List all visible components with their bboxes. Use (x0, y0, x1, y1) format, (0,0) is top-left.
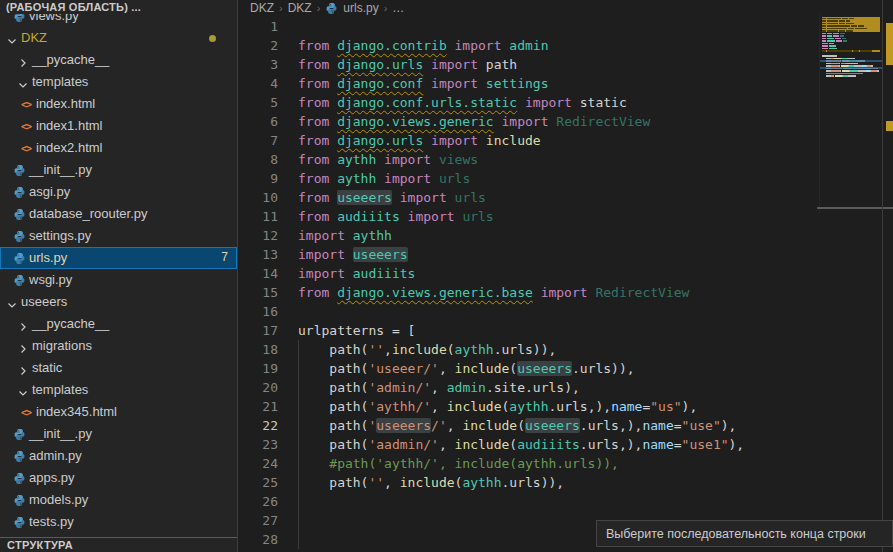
code-text: from django.conf import settings (298, 74, 548, 93)
minimap-mark (822, 40, 826, 42)
code-token: include (392, 342, 447, 357)
chevron-right-icon (18, 340, 30, 352)
code-token: import (408, 209, 455, 224)
tree-item-templates[interactable]: templates (0, 71, 237, 93)
code-text: from aythh import urls (298, 169, 470, 188)
tree-item-asgi.py[interactable]: asgi.py (0, 181, 237, 203)
code-line[interactable]: 17urlpatterns = [ (238, 321, 893, 340)
code-line[interactable]: 14import audiiits (238, 264, 893, 283)
explorer-section-header[interactable]: (РАБОЧАЯ ОБЛАСТЬ) ... (0, 0, 237, 14)
vscode-window: views.pyDKZ__pycache__templates<>index.h… (0, 0, 893, 552)
tree-item-tests.py[interactable]: tests.py (0, 511, 237, 533)
tree-item-index345.html[interactable]: <>index345.html (0, 401, 237, 423)
tree-item-database_roouter.py[interactable]: database_roouter.py (0, 203, 237, 225)
code-token: import (431, 57, 478, 72)
tree-item-__init__.py[interactable]: __init__.py (0, 423, 237, 445)
code-token: , (431, 380, 447, 395)
code-token (329, 152, 337, 167)
code-text: path('useeer/', include(useeers.urls)), (298, 359, 635, 378)
tree-item-index1.html[interactable]: <>index1.html (0, 115, 237, 137)
code-line[interactable]: 9from aythh import urls (238, 169, 893, 188)
code-line[interactable]: 2from django.contrib import admin (238, 36, 893, 55)
code-line[interactable]: 24 #path('aythh/', include(aythh.urls)), (238, 454, 893, 473)
minimap[interactable] (819, 14, 883, 214)
code-line[interactable]: 22 path('useeers/', include(useeers.urls… (238, 416, 893, 435)
tree-item-__pycache__[interactable]: __pycache__ (0, 313, 237, 335)
code-token (478, 133, 486, 148)
line-number: 1 (238, 17, 278, 36)
code-line[interactable]: 4from django.conf import settings (238, 74, 893, 93)
tree-item-migrations[interactable]: migrations (0, 335, 237, 357)
tree-item-templates[interactable]: templates (0, 379, 237, 401)
code-line[interactable]: 23 path('aadmin/', include(audiiits.urls… (238, 435, 893, 454)
python-file-icon (12, 449, 26, 463)
minimap-mark (829, 43, 834, 45)
minimap-mark (836, 40, 842, 42)
code-line[interactable]: 8from aythh import views (238, 150, 893, 169)
code-line[interactable]: 15from django.views.generic.base import … (238, 283, 893, 302)
minimap-mark (842, 70, 849, 72)
code-token (376, 171, 384, 186)
outline-section-header[interactable]: СТРУКТУРА (0, 537, 237, 552)
chevron-down-icon (7, 32, 19, 44)
tree-item-label: static (32, 360, 62, 375)
code-token: .urls)), (502, 475, 565, 490)
code-token: django.views.generic (337, 114, 494, 129)
tree-item-models.py[interactable]: models.py (0, 489, 237, 511)
code-line[interactable]: 12import aythh (238, 226, 893, 245)
tree-item-index.html[interactable]: <>index.html (0, 93, 237, 115)
code-token: , (384, 475, 400, 490)
tree-item-urls.py[interactable]: urls.py7 (0, 247, 237, 269)
minimap-mark (858, 70, 866, 72)
code-token (329, 190, 337, 205)
code-token (423, 133, 431, 148)
html-file-icon: <> (19, 119, 33, 133)
tree-item-apps.py[interactable]: apps.py (0, 467, 237, 489)
code-line[interactable]: 3from django.urls import path (238, 55, 893, 74)
tree-item-__init__.py[interactable]: __init__.py (0, 159, 237, 181)
code-token (431, 171, 439, 186)
minimap-mark (822, 38, 826, 40)
code-line[interactable]: 11from audiiits import urls (238, 207, 893, 226)
html-file-icon: <> (19, 141, 33, 155)
modified-dot-badge (209, 35, 216, 42)
code-text: #path('aythh/', include(aythh.urls)), (298, 454, 619, 473)
code-line[interactable]: 5from django.conf.urls.static import sta… (238, 93, 893, 112)
code-line[interactable]: 26 (238, 492, 893, 511)
tree-item-DKZ[interactable]: DKZ (0, 27, 237, 49)
tree-item-index2.html[interactable]: <>index2.html (0, 137, 237, 159)
code-line[interactable]: 21 path('aythh/', include(aythh.urls,),n… (238, 397, 893, 416)
tree-item-static[interactable]: static (0, 357, 237, 379)
code-line[interactable]: 6from django.views.generic import Redire… (238, 112, 893, 131)
tree-item-useeers[interactable]: useeers (0, 291, 237, 313)
chevron-right-icon (18, 54, 30, 66)
code-line[interactable]: 18 path('',include(aythh.urls)), (238, 340, 893, 359)
tree-item-wsgi.py[interactable]: wsgi.py (0, 269, 237, 291)
code-line[interactable]: 7from django.urls import include (238, 131, 893, 150)
file-tree: views.pyDKZ__pycache__templates<>index.h… (0, 5, 237, 533)
warning-mark (886, 23, 893, 65)
code-line[interactable]: 19 path('useeer/', include(useeers.urls)… (238, 359, 893, 378)
code-line[interactable]: 16 (238, 302, 893, 321)
code-line[interactable]: 1 (238, 17, 893, 36)
code-token: from (298, 209, 329, 224)
breadcrumb-item[interactable]: … (392, 1, 404, 15)
breadcrumb-item[interactable]: urls.py (343, 1, 378, 15)
tree-item-__pycache__[interactable]: __pycache__ (0, 49, 237, 71)
code-token: from (298, 38, 329, 53)
tree-item-label: __init__.py (29, 426, 92, 441)
tree-item-admin.py[interactable]: admin.py (0, 445, 237, 467)
minimap-mark (822, 43, 828, 45)
code-line[interactable]: 20 path('admin/', admin.site.urls), (238, 378, 893, 397)
code-line[interactable]: 10from useeers import urls (238, 188, 893, 207)
python-file-icon (12, 515, 26, 529)
statusbar-tooltip: Выберите последовательность конца строки (596, 520, 893, 547)
explorer-sidebar: views.pyDKZ__pycache__templates<>index.h… (0, 0, 237, 552)
code-line[interactable]: 13import useeers (238, 245, 893, 264)
breadcrumb-item[interactable]: DKZ (288, 1, 312, 15)
code-line[interactable]: 25 path('', include(aythh.urls)), (238, 473, 893, 492)
code-token (329, 76, 337, 91)
line-number: 15 (238, 283, 278, 302)
breadcrumb-item[interactable]: DKZ (250, 1, 274, 15)
tree-item-settings.py[interactable]: settings.py (0, 225, 237, 247)
